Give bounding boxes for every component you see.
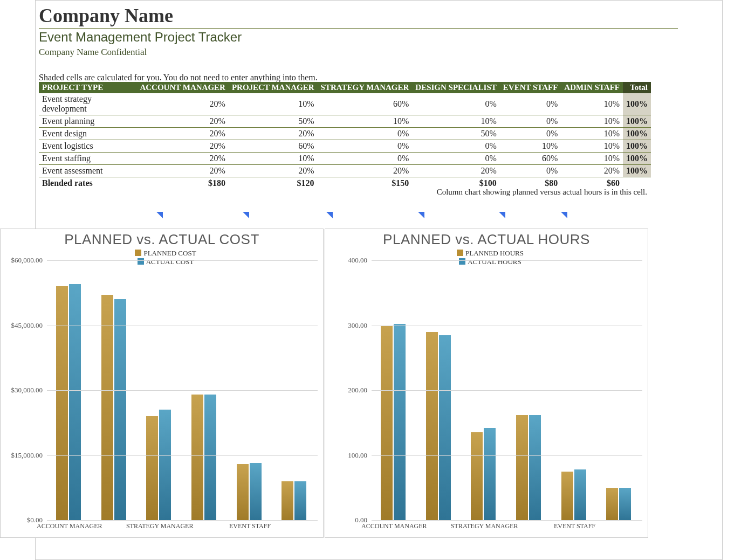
table-row[interactable]: Event staffing20%10%0%0%60%10%100% <box>39 153 651 165</box>
cell[interactable]: 20% <box>136 128 228 140</box>
cell[interactable]: 60% <box>318 93 413 115</box>
cell[interactable]: 100% <box>623 128 651 140</box>
hours-chart[interactable]: PLANNED vs. ACTUAL HOURS PLANNED HOURS A… <box>325 229 648 538</box>
cost-chart[interactable]: PLANNED vs. ACTUAL COST PLANNED COST ACT… <box>0 229 324 538</box>
cell[interactable]: 20% <box>318 165 413 177</box>
y-tick-label: $60,000.00 <box>11 256 43 265</box>
cost-plot-area <box>47 260 318 520</box>
cell[interactable]: 10% <box>561 93 623 115</box>
cell[interactable]: 20% <box>136 115 228 128</box>
bar-actual <box>484 428 496 520</box>
table-row[interactable]: Event strategy development20%10%60%0%0%1… <box>39 93 651 115</box>
bar-planned <box>606 488 618 520</box>
row-label[interactable]: Event logistics <box>39 140 136 153</box>
comment-flag-icon[interactable] <box>561 212 567 218</box>
col-strategy-mgr[interactable]: STRATEGY MANAGER <box>318 82 413 93</box>
comment-flag-icon[interactable] <box>326 212 333 218</box>
cell[interactable]: 10% <box>229 93 318 115</box>
bar-planned <box>381 326 393 521</box>
y-tick-label: $15,000.00 <box>11 451 43 460</box>
cell[interactable]: 50% <box>229 115 318 128</box>
bar-actual <box>394 324 406 520</box>
cell[interactable]: 100% <box>623 140 651 153</box>
cell[interactable]: 10% <box>561 128 623 140</box>
company-name: Company Name <box>39 4 678 29</box>
cell[interactable]: 0% <box>318 140 413 153</box>
cell[interactable]: 100% <box>623 153 651 165</box>
cell[interactable]: 20% <box>412 165 499 177</box>
cell[interactable]: 10% <box>561 115 623 128</box>
cell[interactable]: 0% <box>412 140 499 153</box>
row-label[interactable]: Event staffing <box>39 153 136 165</box>
y-tick-label: $45,000.00 <box>11 321 43 330</box>
cell[interactable]: 10% <box>561 153 623 165</box>
col-event-staff[interactable]: EVENT STAFF <box>500 82 561 93</box>
cell[interactable]: 100% <box>623 165 651 177</box>
cell[interactable]: 10% <box>229 153 318 165</box>
cell[interactable]: $120 <box>229 177 318 190</box>
legend-swatch-planned <box>135 250 141 256</box>
table-row[interactable]: Event planning20%50%10%10%0%10%100% <box>39 115 651 128</box>
col-project-type[interactable]: PROJECT TYPE <box>39 82 136 93</box>
bar-planned <box>146 416 158 520</box>
cell[interactable]: 0% <box>412 153 499 165</box>
hours-yaxis: 0.00100.00200.00300.00400.00 <box>325 260 370 520</box>
cell[interactable]: $150 <box>318 177 413 190</box>
comment-flag-icon[interactable] <box>156 212 163 218</box>
cell[interactable]: 50% <box>412 128 499 140</box>
cell[interactable]: 20% <box>229 165 318 177</box>
confidential-label: Company Name Confidential <box>39 47 678 58</box>
cell[interactable]: 0% <box>412 93 499 115</box>
cell[interactable]: 0% <box>500 93 561 115</box>
y-tick-label: 200.00 <box>348 386 367 395</box>
col-total[interactable]: Total <box>623 82 651 93</box>
cell[interactable]: 0% <box>318 153 413 165</box>
cell[interactable]: 100% <box>623 115 651 128</box>
cell[interactable]: 10% <box>318 115 413 128</box>
bar-actual <box>439 335 451 520</box>
cell[interactable]: 20% <box>136 93 228 115</box>
cell[interactable]: 0% <box>500 165 561 177</box>
cell[interactable]: 60% <box>229 140 318 153</box>
bar-planned <box>191 395 203 520</box>
cell[interactable]: 10% <box>561 140 623 153</box>
cell[interactable]: 60% <box>500 153 561 165</box>
x-tick-label: STRATEGY MANAGER <box>451 522 518 530</box>
cell[interactable]: 0% <box>500 128 561 140</box>
table-row[interactable]: Event assessment20%20%20%20%0%20%100% <box>39 165 651 177</box>
col-design-spec[interactable]: DESIGN SPECIALIST <box>412 82 499 93</box>
chart-description-note: Column chart showing planned versus actu… <box>415 188 647 197</box>
bar-actual <box>204 395 216 520</box>
comment-flag-icon[interactable] <box>499 212 505 218</box>
cell[interactable]: 0% <box>318 128 413 140</box>
row-label[interactable]: Event assessment <box>39 165 136 177</box>
cost-xaxis: ACCOUNT MANAGERSTRATEGY MANAGEREVENT STA… <box>47 522 318 534</box>
row-label[interactable]: Blended rates <box>39 177 136 190</box>
table-row[interactable]: Event design20%20%0%50%0%10%100% <box>39 128 651 140</box>
col-admin-staff[interactable]: ADMIN STAFF <box>561 82 623 93</box>
y-tick-label: 100.00 <box>348 451 367 460</box>
y-tick-label: 300.00 <box>348 321 367 330</box>
row-label[interactable]: Event planning <box>39 115 136 128</box>
cell[interactable]: 20% <box>136 153 228 165</box>
comment-flag-icon[interactable] <box>418 212 424 218</box>
cell[interactable]: 20% <box>229 128 318 140</box>
bar-planned <box>516 415 528 520</box>
cell[interactable]: 10% <box>500 140 561 153</box>
row-label[interactable]: Event design <box>39 128 136 140</box>
cell[interactable]: 100% <box>623 93 651 115</box>
col-project-mgr[interactable]: PROJECT MANAGER <box>229 82 318 93</box>
allocation-table[interactable]: PROJECT TYPE ACCOUNT MANAGER PROJECT MAN… <box>39 82 651 189</box>
comment-flag-icon[interactable] <box>243 212 249 218</box>
cell[interactable]: 20% <box>136 165 228 177</box>
cell[interactable]: $180 <box>136 177 228 190</box>
bar-planned <box>561 472 573 520</box>
bar-actual <box>159 410 171 520</box>
cell[interactable]: 20% <box>136 140 228 153</box>
cell[interactable]: 10% <box>412 115 499 128</box>
cell[interactable]: 20% <box>561 165 623 177</box>
row-label[interactable]: Event strategy development <box>39 93 136 115</box>
table-row[interactable]: Event logistics20%60%0%0%10%10%100% <box>39 140 651 153</box>
col-account-mgr[interactable]: ACCOUNT MANAGER <box>136 82 228 93</box>
cell[interactable]: 0% <box>500 115 561 128</box>
